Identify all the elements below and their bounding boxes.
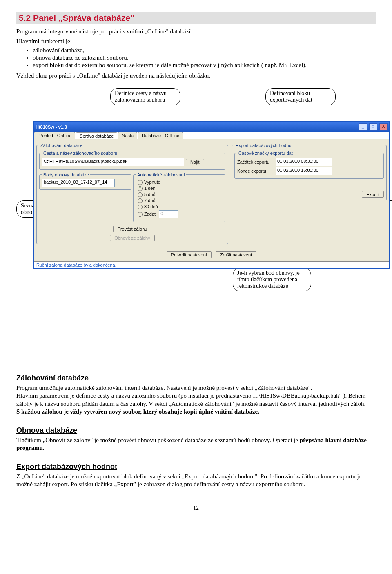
export-button[interactable]: Export	[362, 191, 384, 198]
points-legend: Body obnovy databáze	[42, 172, 90, 177]
callout-export-block: Definování bloku exportovaných dat	[265, 88, 336, 105]
path-fieldset: Cesta a název zálohovacího souboru C:\HT…	[39, 151, 225, 170]
marks-fieldset: Časové značky exportu dat Začátek export…	[234, 151, 384, 179]
start-input[interactable]: 01.01.2010 08:30:00	[276, 158, 332, 166]
marks-legend: Časové značky exportu dat	[237, 151, 294, 156]
path-input[interactable]: C:\HTH8\Ht810Sw\DBBackup\backup.bak	[42, 158, 184, 166]
function-list: zálohování databáze,obnova databáze ze z…	[33, 47, 376, 69]
tab[interactable]: Přehled - OnLine	[34, 132, 75, 139]
intro-text-2: Hlavními funkcemi je:	[16, 38, 376, 46]
maximize-button[interactable]: □	[369, 123, 377, 131]
radio-option[interactable]: 1 den	[138, 186, 223, 191]
sub1-text: Program umožňuje automatické zálohování …	[16, 384, 376, 416]
auto-backup-legend: Automatické zálohování	[136, 172, 186, 177]
figure-area: Definice cesty a názvu zálohovacího soub…	[16, 88, 376, 349]
radio-icon	[138, 192, 143, 197]
sub1-line1: Program umožňuje automatické zálohování …	[16, 385, 312, 391]
radio-option[interactable]: 30 dnů	[138, 204, 223, 209]
section-header: 5.2 Panel „Správa databáze"	[16, 12, 376, 24]
path-legend: Cesta a název zálohovacího souboru	[42, 151, 118, 156]
find-button[interactable]: Najít	[186, 159, 204, 165]
list-item: obnova databáze ze záložních souboru,	[33, 54, 376, 61]
radio-icon	[138, 180, 143, 185]
backup-fieldset: Zálohování databáze Cesta a název záloho…	[36, 143, 228, 244]
points-fieldset: Body obnovy databáze backup_2010_03_17-1…	[39, 172, 131, 190]
radio-option[interactable]: 7 dnů	[138, 198, 223, 203]
intro-text-3: Vzhled okna pro práci s „OnLine" databáz…	[16, 72, 376, 80]
backup-legend: Zálohování databáze	[39, 143, 84, 148]
end-input[interactable]: 01.02.2010 15:00:00	[276, 167, 332, 175]
end-label: Konec exportu	[237, 169, 274, 174]
list-item: zálohování databáze,	[33, 47, 376, 54]
callout-path: Definice cesty a názvu zálohovacího soub…	[110, 88, 180, 105]
window-title: Ht810Sw - v1.0	[36, 125, 67, 129]
page-number: 12	[16, 505, 376, 512]
right-column: Export databázových hodnot Časové značky…	[232, 142, 387, 245]
app-window: Ht810Sw - v1.0 _ □ X Přehled - OnLineSpr…	[33, 121, 390, 269]
confirm-row: Potvrdit nastavení Zrušit nastavení	[34, 248, 389, 261]
radio-label: Zadat	[144, 211, 156, 216]
tab[interactable]: Správa databáze	[76, 132, 117, 139]
sub1-line2: Hlavním parametrem je definice cesty a n…	[16, 392, 365, 407]
minimize-button[interactable]: _	[359, 123, 367, 131]
radio-label: 7 dnů	[144, 198, 156, 203]
radio-label: 5 dnů	[144, 192, 156, 197]
radio-icon	[138, 212, 143, 217]
radio-option[interactable]: Zadat0	[138, 210, 223, 218]
radio-option[interactable]: Vypnuto	[138, 180, 223, 185]
section-title-text: Panel „Správa databáze"	[33, 13, 134, 22]
confirm-button[interactable]: Potvrdit nastavení	[167, 251, 212, 258]
cancel-button[interactable]: Zrušit nastavení	[216, 251, 256, 258]
section-number: 5.2	[19, 13, 31, 22]
sub1-heading: Zálohování databáze	[16, 374, 376, 383]
zadat-input[interactable]: 0	[159, 210, 178, 218]
list-item: export bloku dat do externího souboru, s…	[33, 62, 376, 69]
export-fieldset: Export databázových hodnot Časové značky…	[232, 143, 387, 200]
callout-restore-button: Je-li vybrán bod obnovy, je tímto tlačít…	[233, 268, 311, 291]
restore-button[interactable]: Obnovit ze zálohy	[110, 235, 154, 241]
restore-point-select[interactable]: backup_2010_03_17-12_07_14	[42, 179, 115, 187]
radio-icon	[138, 198, 143, 203]
radio-label: 30 dnů	[144, 204, 158, 209]
sub2-text: Tlačítkem „Obnovit ze zálohy" je možné p…	[16, 436, 376, 452]
sub2-heading: Obnova databáze	[16, 426, 376, 435]
sub3-heading: Export databázových hodnot	[16, 463, 376, 471]
tab-row: Přehled - OnLineSpráva databázeNastaData…	[34, 132, 389, 139]
tab[interactable]: Nasta	[118, 132, 137, 139]
export-legend: Export databázových hodnot	[234, 143, 294, 148]
radio-icon	[138, 186, 143, 191]
radio-label: Vypnuto	[144, 180, 160, 185]
radio-icon	[138, 205, 143, 209]
status-bar: Ruční záloha databáze byla dokončena.	[34, 261, 389, 268]
window-buttons: _ □ X	[358, 123, 388, 131]
tab[interactable]: Databáze - OffLine	[138, 132, 183, 139]
radio-label: 1 den	[144, 186, 156, 191]
auto-backup-fieldset: Automatické zálohování Vypnuto1 den5 dnů…	[133, 172, 225, 222]
section-title: 5.2 Panel „Správa databáze"	[19, 13, 376, 23]
left-column: Zálohování databáze Cesta a název záloho…	[36, 142, 228, 245]
do-backup-button[interactable]: Provést zálohu	[113, 226, 152, 232]
sub1-bold: S každou zálohou je vždy vytvořen nový s…	[16, 408, 259, 415]
window-body: Zálohování databáze Cesta a název záloho…	[34, 139, 389, 248]
start-label: Začátek exportu	[237, 160, 274, 165]
close-button[interactable]: X	[379, 123, 388, 131]
sub2-line1: Tlačítkem „Obnovit ze zálohy" je možné p…	[16, 437, 298, 443]
radio-option[interactable]: 5 dnů	[138, 192, 223, 197]
intro-text-1: Program má integrované nástroje pro prác…	[16, 28, 376, 36]
window-titlebar: Ht810Sw - v1.0 _ □ X	[34, 122, 389, 132]
sub3-text: Z „OnLine" databáze je možné exportovat …	[16, 473, 376, 489]
